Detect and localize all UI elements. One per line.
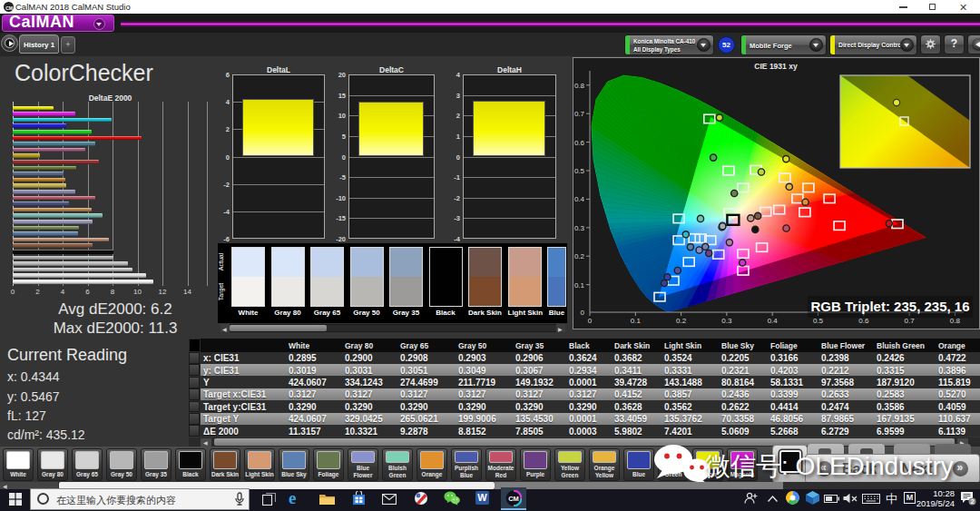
svg-text:0.1: 0.1 — [631, 317, 642, 325]
svg-text:0.8: 0.8 — [574, 82, 585, 90]
svg-text:CM: CM — [508, 495, 519, 503]
svg-text:0.6: 0.6 — [574, 139, 585, 147]
svg-text:0.3: 0.3 — [721, 317, 732, 325]
svg-text:0.5: 0.5 — [574, 167, 585, 175]
svg-text:0.7: 0.7 — [905, 317, 916, 325]
svg-text:0.7: 0.7 — [574, 110, 585, 118]
svg-text:0.2: 0.2 — [574, 252, 585, 260]
svg-text:0.6: 0.6 — [858, 317, 869, 325]
svg-text:0.8: 0.8 — [950, 317, 961, 325]
svg-text:0: 0 — [581, 309, 585, 317]
svg-text:2: 2 — [970, 497, 974, 506]
svg-text:0.5: 0.5 — [813, 317, 824, 325]
svg-text:0.4: 0.4 — [574, 195, 585, 203]
svg-text:RGB Triplet: 235, 235, 16: RGB Triplet: 235, 235, 16 — [810, 299, 969, 314]
svg-text:0: 0 — [588, 317, 593, 325]
svg-text:CIE 1931 xy: CIE 1931 xy — [754, 62, 798, 71]
svg-text:0.3: 0.3 — [574, 224, 585, 232]
svg-text:0.1: 0.1 — [574, 281, 585, 290]
svg-text:0.2: 0.2 — [676, 317, 687, 325]
svg-text:0.4: 0.4 — [768, 317, 779, 325]
